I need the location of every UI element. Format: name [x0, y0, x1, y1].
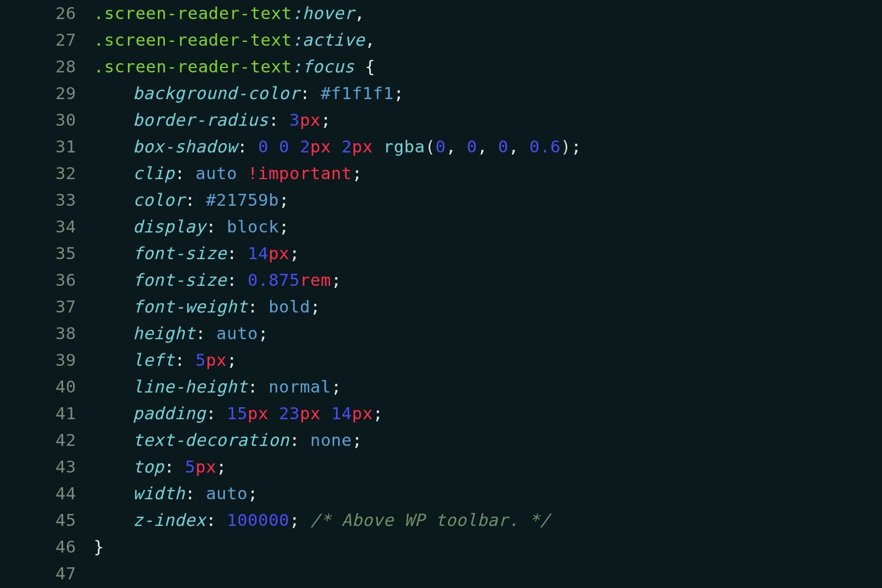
code-editor[interactable]: 26.screen-reader-text:hover,27.screen-re…: [0, 0, 882, 587]
code-token: !important: [248, 163, 352, 183]
code-token: px: [300, 110, 321, 130]
code-token: ;: [248, 483, 258, 503]
code-token: none: [310, 430, 352, 450]
code-token: :: [185, 190, 206, 210]
code-token: ;: [226, 350, 237, 370]
code-content[interactable]: clip: auto !important;: [94, 160, 882, 187]
code-line[interactable]: 27.screen-reader-text:active,: [0, 27, 882, 53]
code-token: auto: [216, 323, 258, 343]
code-token: :: [206, 510, 226, 530]
code-line[interactable]: 36font-size: 0.875rem;: [0, 267, 882, 293]
code-token: 23: [279, 403, 299, 423]
code-line[interactable]: 35font-size: 14px;: [0, 240, 882, 267]
line-number: 28: [0, 53, 94, 80]
line-number: 30: [0, 107, 94, 133]
code-token: ,: [446, 137, 467, 156]
code-token: box-shadow: [133, 137, 237, 156]
line-number: 27: [0, 27, 94, 53]
code-token: [331, 137, 341, 156]
code-token: ,: [354, 3, 365, 23]
code-line[interactable]: 26.screen-reader-text:hover,: [0, 0, 882, 27]
code-token: }: [94, 537, 104, 556]
code-line[interactable]: 28.screen-reader-text:focus {: [0, 53, 882, 80]
code-token: px: [310, 137, 331, 156]
code-token: :: [237, 137, 258, 156]
code-token: :: [185, 483, 206, 503]
code-token: line-height: [133, 377, 248, 396]
code-line[interactable]: 45z-index: 100000; /* Above WP toolbar. …: [0, 507, 882, 534]
code-content[interactable]: top: 5px;: [94, 454, 882, 480]
code-content[interactable]: z-index: 100000; /* Above WP toolbar. */: [94, 507, 882, 534]
code-token: left: [133, 350, 175, 370]
code-token: 0: [467, 137, 477, 156]
code-token: ;: [571, 137, 581, 156]
code-token: 14: [248, 243, 268, 263]
code-content[interactable]: background-color: #f1f1f1;: [94, 80, 882, 107]
code-token: #f1f1f1: [321, 83, 394, 103]
code-token: [289, 137, 299, 156]
code-token: .screen-reader-text: [94, 30, 292, 50]
code-line[interactable]: 43top: 5px;: [0, 454, 882, 480]
code-token: .screen-reader-text: [94, 57, 292, 76]
code-token: height: [133, 323, 195, 343]
code-content[interactable]: height: auto;: [94, 320, 882, 347]
code-content[interactable]: .screen-reader-text:active,: [94, 27, 882, 53]
line-number: 47: [0, 560, 94, 587]
code-content[interactable]: display: block;: [94, 213, 882, 240]
code-line[interactable]: 44width: auto;: [0, 480, 882, 507]
code-line[interactable]: 33color: #21759b;: [0, 187, 882, 213]
code-line[interactable]: 29background-color: #f1f1f1;: [0, 80, 882, 107]
code-line[interactable]: 39left: 5px;: [0, 347, 882, 373]
code-content[interactable]: width: auto;: [94, 480, 882, 507]
code-token: .screen-reader-text: [94, 3, 292, 23]
code-content[interactable]: line-height: normal;: [94, 373, 882, 400]
code-line[interactable]: 30border-radius: 3px;: [0, 107, 882, 133]
line-number: 37: [0, 293, 94, 320]
code-token: 5: [185, 457, 195, 476]
code-content[interactable]: padding: 15px 23px 14px;: [94, 400, 882, 427]
code-content[interactable]: border-radius: 3px;: [94, 107, 882, 133]
code-content[interactable]: .screen-reader-text:hover,: [94, 0, 882, 27]
line-number: 39: [0, 347, 94, 373]
code-line[interactable]: 40line-height: normal;: [0, 373, 882, 400]
code-content[interactable]: font-size: 14px;: [94, 240, 882, 267]
code-token: ,: [477, 137, 498, 156]
code-token: [354, 57, 365, 76]
code-token: ;: [394, 83, 404, 103]
code-token: z-index: [133, 510, 206, 530]
code-content[interactable]: }: [94, 534, 882, 560]
code-line[interactable]: 31box-shadow: 0 0 2px 2px rgba(0, 0, 0, …: [0, 133, 882, 160]
code-content[interactable]: .screen-reader-text:focus {: [94, 53, 882, 80]
code-line[interactable]: 47: [0, 560, 882, 587]
code-token: ;: [352, 163, 362, 183]
code-content[interactable]: left: 5px;: [94, 347, 882, 373]
code-token: [300, 510, 310, 530]
code-line[interactable]: 46}: [0, 534, 882, 560]
code-token: 3: [289, 110, 299, 130]
code-token: :: [226, 243, 247, 263]
code-line[interactable]: 42text-decoration: none;: [0, 427, 882, 454]
code-token: ;: [331, 270, 341, 290]
code-token: display: [133, 217, 206, 236]
line-number: 41: [0, 400, 94, 427]
code-content[interactable]: color: #21759b;: [94, 187, 882, 213]
code-token: [321, 403, 331, 423]
code-token: 14: [331, 403, 352, 423]
line-number: 31: [0, 133, 94, 160]
code-token: ,: [509, 137, 529, 156]
code-content[interactable]: font-size: 0.875rem;: [94, 267, 882, 293]
code-token: 2: [341, 137, 352, 156]
code-line[interactable]: 34display: block;: [0, 213, 882, 240]
code-content[interactable]: font-weight: bold;: [94, 293, 882, 320]
code-line[interactable]: 37font-weight: bold;: [0, 293, 882, 320]
code-line[interactable]: 38height: auto;: [0, 320, 882, 347]
code-content[interactable]: text-decoration: none;: [94, 427, 882, 454]
code-token: color: [133, 190, 185, 210]
code-token: :active: [292, 30, 365, 50]
code-token: text-decoration: [133, 430, 289, 450]
code-content[interactable]: box-shadow: 0 0 2px 2px rgba(0, 0, 0, 0.…: [94, 133, 882, 160]
code-token: ;: [279, 217, 289, 236]
code-line[interactable]: 41padding: 15px 23px 14px;: [0, 400, 882, 427]
code-line[interactable]: 32clip: auto !important;: [0, 160, 882, 187]
code-token: 0: [258, 137, 268, 156]
